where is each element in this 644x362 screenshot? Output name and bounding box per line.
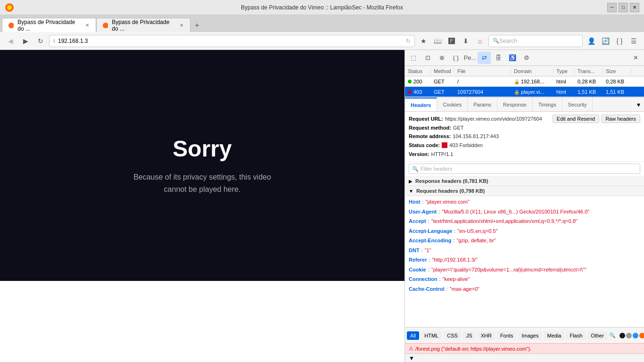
reload-button[interactable]: ↻ [34,34,47,48]
filter-search-icon: 🔍 [412,166,419,172]
filter-other-button[interactable]: Other [587,331,607,340]
filter-xhr-button[interactable]: XHR [478,331,495,340]
minimize-button[interactable]: ─ [607,3,617,12]
devtools-close-button[interactable]: ✕ [629,52,642,64]
storage-button[interactable]: 🗄 [492,52,505,64]
edit-resend-button[interactable]: Edit and Resend [553,115,599,123]
tab-cookies[interactable]: Cookies [437,98,468,111]
row2-file: 109727604 [454,89,511,95]
settings-button[interactable]: ⚙ [520,52,533,64]
status-value: 403 Forbidden [442,141,483,150]
svg-point-2 [8,23,14,28]
video-area: Sorry Because of its privacy settings, t… [0,50,405,281]
tab-2-label: Bypass de Privacidade do ... [112,19,175,32]
inspect-button[interactable]: ⬚ [407,52,420,64]
row2-domain: 🔒 player.vi... [511,89,553,95]
pocket-button[interactable]: 🅿 [445,34,458,48]
new-tab-button[interactable]: + [190,19,204,32]
bookmark-star-button[interactable]: ★ [417,34,430,48]
filter-flash-button[interactable]: Flash [566,331,586,340]
tab-headers[interactable]: Headers [405,98,437,111]
header-value: "text/html,application/xhtml+xml,applica… [431,217,578,225]
header-row: Accept-Encoding:"gzip, deflate, br" [409,236,640,246]
person-button[interactable]: 👤 [585,34,598,48]
network-row-1[interactable]: 200 GET / 🔒 192.168... html 0,28 KB 0,28… [405,76,644,87]
home-button[interactable]: ⌂ [473,34,487,48]
header-name: Host [409,198,420,206]
search-bar[interactable]: 🔍 Search [488,35,583,47]
tab-response[interactable]: Response [497,98,533,111]
forward-button[interactable]: ▶ [19,34,32,48]
menu-button[interactable]: ☰ [627,34,640,48]
raw-headers-button[interactable]: Raw headers [601,115,640,123]
status-dot-red-icon [408,90,412,94]
close-button[interactable]: ✕ [630,3,639,12]
tab-params[interactable]: Params [468,98,497,111]
tab-2[interactable]: Bypass de Privacidade do ... ✕ [96,18,190,32]
devtools-toolbar: ⬚ ⊡ ⊕ { } Pe... ⇄ 🗄 ♿ ⚙ ✕ [405,50,644,66]
sync-button[interactable]: 🔄 [599,34,612,48]
window-title: Bypass de Privacidade do Vimeo :: Lampiã… [241,4,403,11]
debugger-button[interactable]: ⊕ [435,52,448,64]
dot-orange [639,333,644,338]
reading-view-button[interactable]: 📖 [431,34,444,48]
search-text: Search [499,38,517,44]
performance-button[interactable]: Pe... [463,52,477,64]
header-name: User-Agent [409,208,437,216]
filter-all-button[interactable]: All [407,331,419,340]
error-bar: ⚠ /forest.png ("default-src https://play… [405,343,644,354]
network-row-2[interactable]: 403 GET 109727604 🔒 player.vi... html 1,… [405,87,644,97]
nav-icons: ★ 📖 🅿 ⬇ ⌂ [417,34,487,48]
header-name: Accept-Encoding [409,237,451,245]
developer-button[interactable]: { } [613,34,626,48]
error-icon: ⚠ [409,346,413,352]
style-editor-button[interactable]: { } [449,52,462,64]
header-row: User-Agent:"Mozilla/5.0 (X11; Linux x86_… [409,207,640,217]
console-button[interactable]: ⊡ [421,52,434,64]
request-headers-title: Request headers (0,798 KB) [416,188,485,194]
header-name: DNT [409,247,420,255]
filter-css-button[interactable]: CSS [444,331,461,340]
tab-1-close[interactable]: ✕ [84,22,90,29]
filter-js-button[interactable]: JS [463,331,476,340]
filter-input-container[interactable]: 🔍 Filter headers [409,164,640,174]
filter-fonts-button[interactable]: Fonts [497,331,517,340]
detail-tab-more[interactable]: ▾ [633,101,644,108]
tab-security[interactable]: Security [562,98,593,111]
filter-images-button[interactable]: Images [518,331,542,340]
window-controls: ─ □ ✕ [607,3,639,12]
maximize-button[interactable]: □ [619,3,628,12]
response-headers-section[interactable]: ▶ Response headers (0,781 KB) [405,176,644,186]
header-row: DNT:"1" [409,246,640,255]
dot-gray [626,333,632,338]
tab-1[interactable]: Bypass de Privacidade do ... ✕ [2,18,96,32]
col-header-domain: Domain [511,68,553,74]
row2-status: 403 [405,89,431,95]
error-message: /forest.png ("default-src https://player… [415,346,531,352]
console-bar: All HTML CSS JS XHR Fonts Images Media F… [405,327,644,343]
firefox-logo-icon [5,3,14,12]
tab-timings[interactable]: Timings [533,98,562,111]
request-headers-section[interactable]: ▼ Request headers (0,798 KB) [405,186,644,196]
firefox-tab-2-icon [102,22,108,29]
header-row: Host:"player.vimeo.com" [409,197,640,207]
download-button[interactable]: ⬇ [459,34,472,48]
tab-2-close[interactable]: ✕ [179,22,184,29]
address-bar[interactable]: ℹ 192.168.1.3 ↻ [49,35,415,47]
row1-size: 0,28 KB [603,79,631,84]
filter-placeholder: Filter headers [421,166,452,172]
header-name: Accept-Language [409,227,452,235]
console-search-button[interactable]: 🔍 [609,330,616,341]
filter-html-button[interactable]: HTML [421,331,442,340]
request-url-row: Request URL: https://player.vimeo.com/vi… [409,115,640,123]
remote-value: 104.156.81.217:443 [453,132,499,141]
expand-bar[interactable]: ▼ [405,354,644,362]
col-header-type: Type [553,68,575,74]
filter-media-button[interactable]: Media [544,331,564,340]
back-button[interactable]: ◀ [4,34,17,48]
accessibility-button[interactable]: ♿ [506,52,519,64]
network-button[interactable]: ⇄ [478,52,491,64]
col-header-size: Size [603,68,631,74]
row2-type: html [553,89,575,95]
request-headers-list: Host:"player.vimeo.com"User-Agent:"Mozil… [405,196,644,295]
